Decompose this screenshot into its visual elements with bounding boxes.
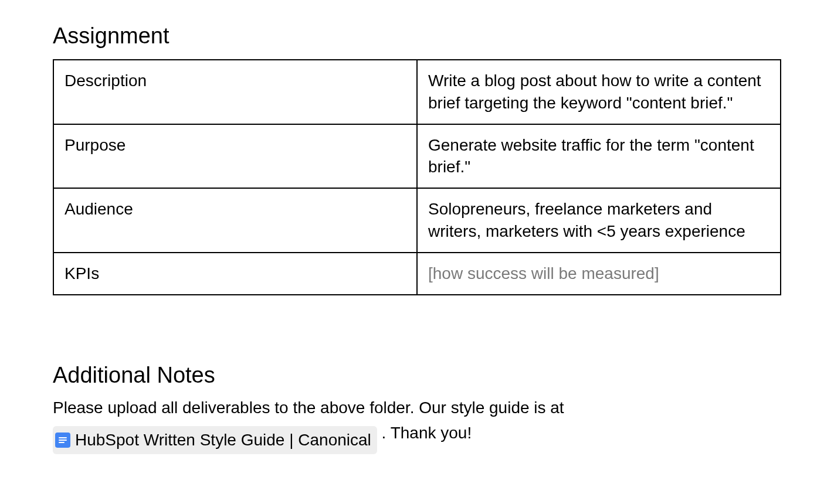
assignment-heading: Assignment [53, 23, 781, 49]
notes-intro-text: Please upload all deliverables to the ab… [53, 399, 564, 417]
table-row: Description Write a blog post about how … [53, 60, 781, 124]
row-label-description: Description [53, 60, 417, 124]
row-value-description: Write a blog post about how to write a c… [417, 60, 781, 124]
row-value-purpose: Generate website traffic for the term "c… [417, 124, 781, 189]
assignment-table: Description Write a blog post about how … [53, 59, 781, 295]
table-row: KPIs [how success will be measured] [53, 253, 781, 295]
google-doc-icon [55, 433, 70, 448]
row-value-kpis: [how success will be measured] [417, 253, 781, 295]
row-label-purpose: Purpose [53, 124, 417, 189]
row-value-audience: Solopreneurs, freelance marketers and wr… [417, 188, 781, 253]
additional-notes-heading: Additional Notes [53, 363, 781, 388]
row-label-kpis: KPIs [53, 253, 417, 295]
table-row: Audience Solopreneurs, freelance markete… [53, 188, 781, 253]
style-guide-doc-chip[interactable]: HubSpot Written Style Guide | Canonical [53, 426, 377, 454]
additional-notes-paragraph: Please upload all deliverables to the ab… [53, 395, 781, 454]
doc-chip-label: HubSpot Written Style Guide | Canonical [75, 427, 371, 452]
notes-outro-text: . Thank you! [382, 424, 472, 442]
table-row: Purpose Generate website traffic for the… [53, 124, 781, 189]
row-label-audience: Audience [53, 188, 417, 253]
